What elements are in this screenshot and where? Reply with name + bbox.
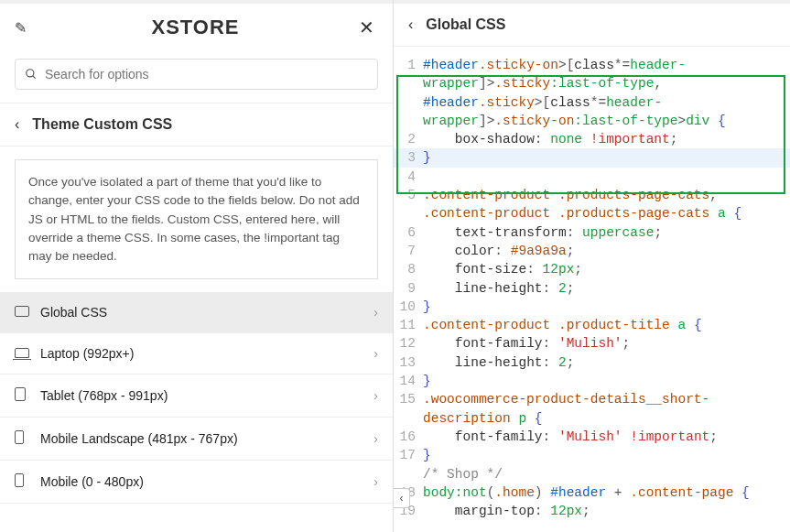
code-line[interactable]: 5.content-product .products-page-cats, (394, 186, 790, 204)
code-content (423, 168, 790, 186)
line-number: 6 (394, 223, 423, 242)
line-number: 10 (394, 298, 423, 316)
line-number (394, 74, 423, 92)
code-line[interactable]: 9 line-height: 2; (394, 279, 790, 298)
menu-item[interactable]: Mobile (0 - 480px)› (0, 461, 393, 504)
code-line[interactable]: 3} (394, 148, 790, 167)
code-content: #header.sticky-on>[class*=header- (423, 56, 790, 74)
menu-item-label: Mobile (0 - 480px) (40, 474, 373, 489)
code-content: color: #9a9a9a; (423, 242, 790, 260)
code-line[interactable]: 16 font-family: 'Mulish' !important; (394, 428, 790, 446)
code-content: margin-top: 12px; (423, 502, 790, 520)
code-line[interactable]: 10} (394, 298, 790, 316)
section-header: ‹ Theme Custom CSS (0, 103, 393, 147)
code-content: .content-product .product-title a { (423, 316, 790, 334)
code-line[interactable]: /* Shop */ (394, 465, 790, 483)
collapse-button[interactable]: ‹ (394, 488, 410, 508)
code-line[interactable]: #header.sticky>[class*=header- (394, 93, 790, 112)
line-number: 15 (394, 390, 423, 408)
code-content: wrapper]>.sticky:last-of-type, (423, 74, 790, 92)
code-content: .content-product .products-page-cats, (423, 186, 790, 204)
menu-item-label: Tablet (768px - 991px) (40, 388, 373, 403)
code-line[interactable]: 4 (394, 168, 790, 186)
code-content: box-shadow: none !important; (423, 130, 790, 148)
code-line[interactable]: 7 color: #9a9a9a; (394, 242, 790, 260)
code-line[interactable]: 13 line-height: 2; (394, 353, 790, 372)
line-number (394, 93, 423, 112)
code-line[interactable]: 14} (394, 372, 790, 390)
css-editor[interactable]: 1#header.sticky-on>[class*=header-wrappe… (394, 47, 790, 532)
code-line[interactable]: 18body:not(.home) #header + .content-pag… (394, 483, 790, 502)
code-content: } (423, 148, 790, 167)
menu-item[interactable]: Global CSS› (0, 292, 393, 333)
code-line[interactable]: 8 font-size: 12px; (394, 260, 790, 278)
code-line[interactable]: .content-product .products-page-cats a { (394, 204, 790, 223)
code-line[interactable]: 11.content-product .product-title a { (394, 316, 790, 334)
menu-item[interactable]: Mobile Landscape (481px - 767px)› (0, 418, 393, 461)
device-icon (15, 387, 31, 404)
code-line[interactable]: 12 font-family: 'Mulish'; (394, 334, 790, 353)
line-number (394, 465, 423, 483)
code-content: font-family: 'Mulish' !important; (423, 428, 790, 446)
help-text: Once you've isolated a part of theme tha… (15, 159, 378, 279)
editor-header: ‹ Global CSS (394, 4, 790, 47)
menu-item[interactable]: Tablet (768px - 991px)› (0, 375, 393, 418)
code-content: } (423, 372, 790, 390)
code-line[interactable]: 6 text-transform: uppercase; (394, 223, 790, 242)
code-line[interactable]: wrapper]>.sticky-on:last-of-type>div { (394, 112, 790, 130)
chevron-right-icon: › (373, 305, 378, 320)
back-icon[interactable]: ‹ (408, 16, 413, 33)
code-content: line-height: 2; (423, 353, 790, 372)
chevron-right-icon: › (373, 388, 378, 403)
line-number: 17 (394, 446, 423, 464)
line-number: 12 (394, 334, 423, 353)
line-number: 5 (394, 186, 423, 204)
svg-line-1 (33, 76, 36, 79)
code-content: font-size: 12px; (423, 260, 790, 278)
panel-header: ✎ XSTORE ✕ (0, 4, 393, 51)
chevron-right-icon: › (373, 346, 378, 361)
device-icon (15, 305, 31, 320)
code-line[interactable]: description p { (394, 409, 790, 428)
search-input[interactable] (45, 67, 368, 81)
line-number: 7 (394, 242, 423, 260)
code-line[interactable]: 2 box-shadow: none !important; (394, 130, 790, 148)
chevron-right-icon: › (373, 474, 378, 489)
menu-list: Global CSS›Laptop (992px+)›Tablet (768px… (0, 292, 393, 532)
code-content: .woocommerce-product-details__short- (423, 390, 790, 408)
code-line[interactable]: 17} (394, 446, 790, 464)
editor-title: Global CSS (426, 16, 505, 33)
line-number (394, 204, 423, 223)
line-number: 13 (394, 353, 423, 372)
line-number: 1 (394, 56, 423, 74)
line-number: 14 (394, 372, 423, 390)
logo: XSTORE (36, 16, 355, 39)
code-content: #header.sticky>[class*=header- (423, 93, 790, 112)
code-content: } (423, 446, 790, 464)
svg-point-0 (27, 70, 34, 77)
device-icon (15, 430, 31, 447)
code-line[interactable]: 19 margin-top: 12px; (394, 502, 790, 520)
menu-item-label: Global CSS (40, 305, 373, 320)
back-icon[interactable]: ‹ (15, 116, 19, 133)
code-content: body:not(.home) #header + .content-page … (423, 483, 790, 502)
pin-icon[interactable]: ✎ (15, 19, 27, 37)
device-icon (15, 473, 31, 490)
chevron-right-icon: › (373, 431, 378, 446)
code-content: description p { (423, 409, 790, 428)
close-icon[interactable]: ✕ (355, 13, 378, 42)
line-number: 4 (394, 168, 423, 186)
code-content: /* Shop */ (423, 465, 790, 483)
line-number: 9 (394, 279, 423, 298)
search-icon (25, 68, 38, 81)
menu-item-label: Mobile Landscape (481px - 767px) (40, 431, 373, 446)
menu-item-label: Laptop (992px+) (40, 346, 373, 361)
section-title: Theme Custom CSS (32, 116, 172, 133)
code-content: } (423, 298, 790, 316)
code-line[interactable]: wrapper]>.sticky:last-of-type, (394, 74, 790, 92)
code-line[interactable]: 1#header.sticky-on>[class*=header- (394, 56, 790, 74)
code-content: .content-product .products-page-cats a { (423, 204, 790, 223)
search-input-wrap[interactable] (15, 59, 378, 90)
code-line[interactable]: 15.woocommerce-product-details__short- (394, 390, 790, 408)
menu-item[interactable]: Laptop (992px+)› (0, 333, 393, 375)
